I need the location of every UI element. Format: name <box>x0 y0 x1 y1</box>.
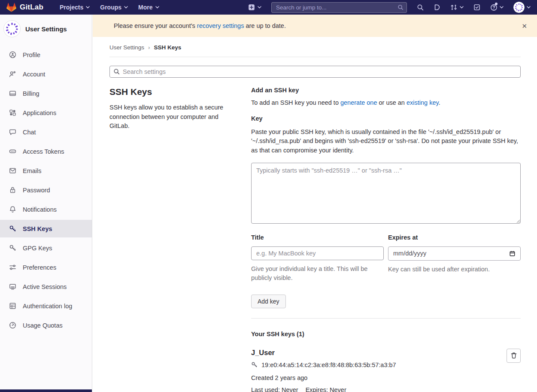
gitlab-logo[interactable]: GitLab <box>6 3 43 12</box>
ssh-key-list-item: J_User 19:e0:44:a5:14:c2:3a:e8:f8:48:8b:… <box>251 349 521 392</box>
recovery-settings-link[interactable]: recovery settings <box>197 22 244 29</box>
sidebar-item-billing[interactable]: Billing <box>0 85 92 102</box>
settings-sidebar: User Settings Profile Account Billing Ap… <box>0 15 92 392</box>
billing-icon <box>9 90 16 97</box>
nav-more[interactable]: More <box>138 4 159 11</box>
add-key-button[interactable]: Add key <box>251 295 286 308</box>
sidebar-item-chat[interactable]: Chat <box>0 123 92 141</box>
account-icon <box>9 70 16 78</box>
sidebar-item-active-sessions[interactable]: Active Sessions <box>0 278 92 295</box>
alert-text: Please ensure your account's recovery se… <box>114 22 519 29</box>
page-description: SSH keys allow you to establish a secure… <box>109 103 224 131</box>
authentication-log-icon <box>9 302 16 310</box>
ssh-key-name: J_User <box>251 349 396 357</box>
close-icon[interactable]: ✕ <box>519 22 530 30</box>
section-divider <box>251 318 521 319</box>
plus-square-icon <box>248 4 255 11</box>
avatar <box>3 20 21 37</box>
breadcrumb-separator-icon: › <box>148 44 150 51</box>
avatar <box>513 2 525 13</box>
search-icon <box>417 4 424 11</box>
sidebar-item-applications[interactable]: Applications <box>0 104 92 122</box>
notifications-icon <box>9 206 16 213</box>
logo-text: GitLab <box>20 3 43 12</box>
key-title-input[interactable] <box>251 246 384 260</box>
sidebar-item-ssh-keys[interactable]: SSH Keys <box>0 220 92 237</box>
settings-search-input[interactable] <box>109 66 521 78</box>
ssh-key-expires: Expires: Never <box>306 386 346 392</box>
breadcrumb: User Settings › SSH Keys <box>109 37 521 57</box>
usage-quotas-icon <box>9 322 16 329</box>
sidebar-bottom-strip <box>0 389 92 392</box>
recovery-settings-alert: Please ensure your account's recovery se… <box>93 15 537 37</box>
key-icon <box>251 362 258 368</box>
chevron-down-icon <box>258 6 261 9</box>
existing-key-link[interactable]: existing key <box>407 99 439 106</box>
chevron-down-icon <box>527 6 531 9</box>
chevron-down-icon <box>86 6 90 9</box>
ssh-keys-icon <box>9 225 16 232</box>
settings-search <box>109 66 521 78</box>
global-search-input[interactable] <box>271 2 407 13</box>
gpg-keys-icon <box>9 244 16 252</box>
generate-one-link[interactable]: generate one <box>340 99 377 106</box>
expires-help: Key can still be used after expiration. <box>388 265 517 274</box>
todos-button[interactable] <box>473 4 480 11</box>
tanuki-icon <box>6 3 16 12</box>
add-ssh-key-intro: To add an SSH key you need to generate o… <box>251 99 521 106</box>
nav-projects[interactable]: Projects <box>60 4 90 11</box>
issues-button[interactable] <box>434 4 440 11</box>
search-button[interactable] <box>417 4 424 11</box>
notification-dot <box>495 3 498 5</box>
ssh-key-textarea[interactable] <box>251 163 521 224</box>
search-icon <box>113 68 120 75</box>
search-icon <box>397 4 404 10</box>
merge-requests-button[interactable] <box>450 4 464 11</box>
sidebar-title: User Settings <box>25 25 67 33</box>
sidebar-item-preferences[interactable]: Preferences <box>0 258 92 276</box>
sidebar-item-authentication-log[interactable]: Authentication log <box>0 297 92 315</box>
breadcrumb-ssh-keys: SSH Keys <box>154 44 182 51</box>
sidebar-item-emails[interactable]: Emails <box>0 162 92 179</box>
sidebar-item-profile[interactable]: Profile <box>0 46 92 64</box>
your-ssh-keys-heading: Your SSH keys (1) <box>251 331 521 337</box>
ssh-key-created: Created 2 years ago <box>251 374 396 381</box>
sidebar-nav: Profile Account Billing Applications Cha… <box>0 46 92 334</box>
sidebar-item-usage-quotas[interactable]: Usage Quotas <box>0 316 92 334</box>
ssh-key-fingerprint: 19:e0:44:a5:14:c2:3a:e8:f8:48:8b:63:5b:5… <box>261 362 396 368</box>
help-button[interactable] <box>490 4 504 11</box>
date-value: mm/dd/yyyy <box>393 250 426 257</box>
new-menu-button[interactable] <box>248 4 261 11</box>
chevron-down-icon <box>124 6 128 9</box>
page-title: SSH Keys <box>109 87 224 97</box>
calendar-icon[interactable] <box>509 250 516 257</box>
active-sessions-icon <box>9 283 16 290</box>
key-label: Key <box>251 115 521 122</box>
sidebar-item-access-tokens[interactable]: Access Tokens <box>0 143 92 160</box>
trash-icon <box>510 352 517 359</box>
issues-icon <box>434 4 440 11</box>
preferences-icon <box>9 264 16 271</box>
key-description: Paste your public SSH key, which is usua… <box>251 128 521 155</box>
expires-at-input[interactable]: mm/dd/yyyy <box>388 246 521 261</box>
top-navbar: GitLab Projects Groups More <box>0 0 537 15</box>
title-help: Give your individual key a title. This w… <box>251 264 380 283</box>
breadcrumb-user-settings[interactable]: User Settings <box>109 44 144 51</box>
sidebar-item-gpg-keys[interactable]: GPG Keys <box>0 239 92 257</box>
sidebar-item-notifications[interactable]: Notifications <box>0 201 92 218</box>
user-menu-button[interactable] <box>513 2 531 13</box>
chevron-down-icon <box>155 6 159 9</box>
profile-icon <box>9 51 16 58</box>
merge-requests-icon <box>450 4 458 11</box>
chevron-down-icon <box>500 6 504 9</box>
sidebar-item-password[interactable]: Password <box>0 181 92 199</box>
emails-icon <box>9 167 16 174</box>
todo-check-icon <box>473 4 480 11</box>
ssh-key-last-used: Last used: Never <box>251 386 298 392</box>
nav-groups[interactable]: Groups <box>100 4 128 11</box>
global-search <box>271 2 407 13</box>
chat-icon <box>9 128 16 136</box>
delete-key-button[interactable] <box>507 349 521 363</box>
add-ssh-key-heading: Add an SSH key <box>251 87 521 94</box>
sidebar-item-account[interactable]: Account <box>0 65 92 83</box>
